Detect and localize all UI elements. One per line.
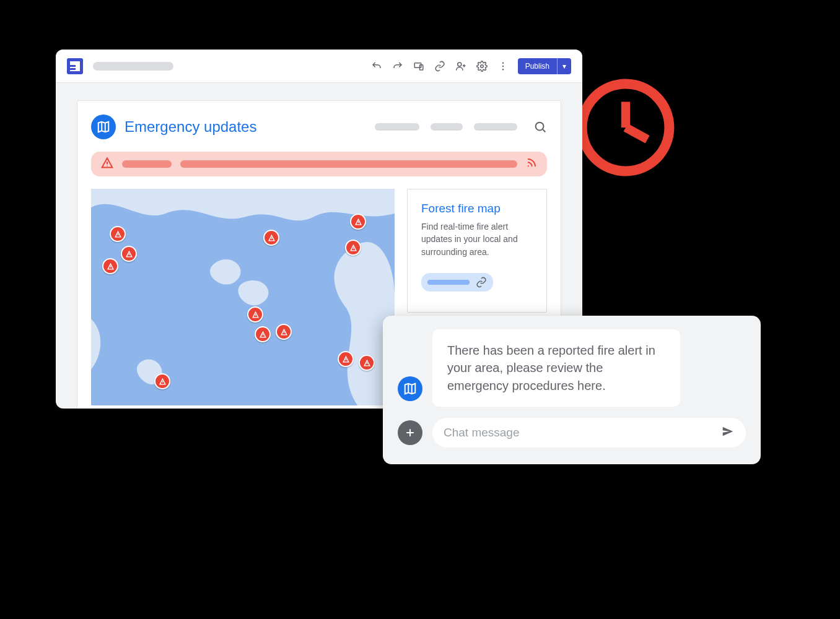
page-title: Emergency updates: [125, 118, 256, 136]
svg-point-8: [502, 65, 503, 66]
svg-point-6: [480, 64, 483, 67]
search-icon[interactable]: [533, 120, 547, 134]
fire-pin[interactable]: [350, 214, 366, 230]
map-info-card: Forest fire map Find real-time fire aler…: [407, 189, 547, 313]
chat-input-placeholder: Chat message: [444, 426, 520, 439]
alert-banner: [91, 152, 547, 176]
nav-item[interactable]: [431, 123, 463, 131]
fire-pin[interactable]: [338, 351, 354, 367]
fire-pin[interactable]: [154, 373, 170, 389]
fire-map[interactable]: [91, 189, 395, 405]
fire-pin[interactable]: [121, 246, 137, 262]
publish-label: Publish: [518, 58, 558, 74]
svg-point-10: [536, 123, 544, 131]
map-logo-icon: [91, 115, 116, 139]
add-attachment-button[interactable]: [398, 420, 422, 445]
chat-bot-avatar-icon: [398, 376, 422, 401]
chat-panel: There has been a reported fire alert in …: [383, 316, 761, 464]
redo-icon[interactable]: [392, 60, 404, 72]
sites-app-icon: [67, 58, 83, 74]
svg-point-12: [528, 165, 529, 167]
undo-icon[interactable]: [370, 60, 383, 72]
nav-placeholders: [375, 120, 547, 134]
nav-item[interactable]: [474, 123, 517, 131]
chat-input[interactable]: Chat message: [432, 418, 746, 448]
settings-gear-icon[interactable]: [476, 60, 488, 72]
nav-item[interactable]: [375, 123, 419, 131]
alert-text-placeholder: [180, 160, 517, 168]
side-card-body: Find real-time fire alert updates in you…: [421, 220, 533, 258]
more-vert-icon[interactable]: [497, 60, 509, 72]
fire-pin[interactable]: [359, 355, 375, 371]
document-title-placeholder[interactable]: [93, 62, 173, 71]
svg-point-7: [502, 62, 503, 63]
svg-line-2: [626, 128, 647, 139]
alert-text-placeholder: [122, 160, 172, 168]
page-header: Emergency updates: [91, 115, 547, 139]
device-preview-icon[interactable]: [413, 60, 425, 72]
svg-point-9: [502, 69, 503, 70]
fire-pin[interactable]: [102, 258, 118, 274]
add-person-icon[interactable]: [455, 60, 467, 72]
side-card-title: Forest fire map: [421, 202, 533, 215]
link-chip[interactable]: [421, 273, 493, 292]
link-icon: [476, 277, 487, 288]
publish-button[interactable]: Publish ▾: [518, 58, 571, 74]
svg-point-5: [457, 63, 461, 66]
warning-icon: [101, 157, 113, 171]
clock-icon: [576, 78, 675, 177]
fire-pin[interactable]: [276, 324, 292, 340]
fire-pin[interactable]: [255, 326, 271, 342]
send-icon[interactable]: [721, 425, 735, 441]
toolbar-icons: [370, 60, 509, 72]
fire-pin[interactable]: [263, 230, 279, 246]
link-icon[interactable]: [434, 60, 446, 72]
chat-message-bubble: There has been a reported fire alert in …: [432, 329, 680, 407]
fire-pin[interactable]: [247, 306, 263, 322]
publish-dropdown-icon[interactable]: ▾: [558, 58, 571, 74]
rss-icon[interactable]: [526, 157, 537, 171]
svg-point-11: [107, 165, 107, 166]
link-text-placeholder: [427, 280, 470, 285]
fire-pin[interactable]: [110, 226, 126, 242]
title-bar: Publish ▾: [56, 50, 582, 83]
fire-pin[interactable]: [345, 240, 361, 256]
